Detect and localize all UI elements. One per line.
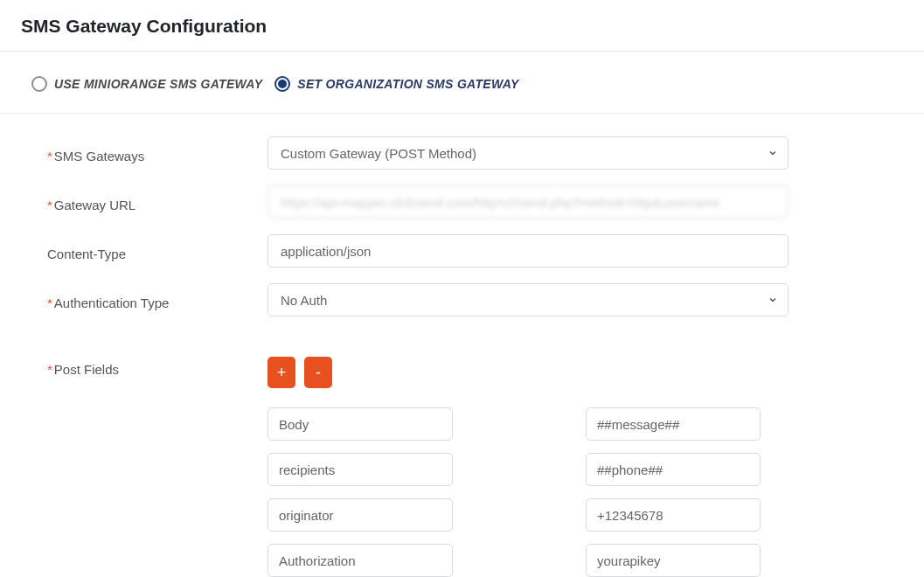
post-field-value-input[interactable] — [586, 407, 761, 441]
radio-set-organization[interactable]: SET ORGANIZATION SMS GATEWAY — [274, 76, 518, 92]
radio-dot-icon — [278, 80, 287, 88]
post-field-key-input[interactable] — [267, 498, 453, 532]
label-sms-gateways: *SMS Gateways — [47, 143, 267, 163]
post-field-value-input[interactable] — [586, 498, 761, 532]
gateway-mode-radios: USE MINIORANGE SMS GATEWAY SET ORGANIZAT… — [0, 52, 924, 113]
post-field-row — [267, 544, 789, 577]
post-field-key-input[interactable] — [267, 407, 453, 441]
add-field-button[interactable]: + — [267, 357, 295, 388]
required-asterisk: * — [47, 295, 52, 310]
label-content-type: Content-Type — [47, 241, 267, 261]
page-title: SMS Gateway Configuration — [0, 0, 924, 51]
row-content-type: Content-Type — [47, 234, 893, 268]
post-field-row — [267, 453, 789, 486]
radio-label: SET ORGANIZATION SMS GATEWAY — [297, 77, 518, 91]
label-auth-type: *Authentication Type — [47, 290, 267, 310]
post-field-key-input[interactable] — [267, 453, 453, 486]
required-asterisk: * — [47, 149, 52, 163]
remove-field-button[interactable]: - — [304, 357, 332, 388]
radio-icon — [31, 76, 47, 92]
gateway-url-input[interactable] — [267, 185, 789, 219]
post-field-value-input[interactable] — [586, 544, 761, 577]
radio-use-miniorange[interactable]: USE MINIORANGE SMS GATEWAY — [31, 76, 262, 92]
sms-gateways-select[interactable]: Custom Gateway (POST Method) — [267, 136, 789, 170]
label-post-fields: *Post Fields — [47, 357, 267, 377]
post-field-row — [267, 498, 789, 532]
radio-icon — [274, 76, 290, 92]
form-area: *SMS Gateways Custom Gateway (POST Metho… — [0, 113, 924, 577]
row-auth-type: *Authentication Type No Auth — [47, 283, 893, 316]
label-gateway-url: *Gateway URL — [47, 192, 267, 212]
row-gateway-url: *Gateway URL — [47, 185, 893, 219]
post-field-row — [267, 407, 789, 441]
required-asterisk: * — [47, 198, 52, 212]
post-field-key-input[interactable] — [267, 544, 453, 577]
row-post-fields: *Post Fields + - — [47, 332, 893, 577]
content-type-input[interactable] — [267, 234, 789, 268]
required-asterisk: * — [47, 362, 52, 377]
post-field-value-input[interactable] — [586, 453, 761, 486]
auth-type-select[interactable]: No Auth — [267, 283, 789, 316]
radio-label: USE MINIORANGE SMS GATEWAY — [54, 77, 262, 91]
row-sms-gateways: *SMS Gateways Custom Gateway (POST Metho… — [47, 136, 893, 170]
